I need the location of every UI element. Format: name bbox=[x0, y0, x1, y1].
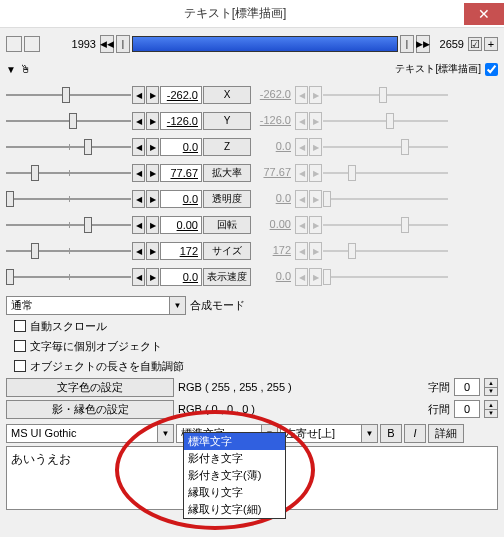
inc-right-0: ▶ bbox=[309, 86, 322, 104]
bold-button[interactable]: B bbox=[380, 424, 402, 443]
dec-left-6[interactable]: ◀ bbox=[132, 242, 145, 260]
slider-left-5[interactable] bbox=[6, 219, 131, 231]
text-color-button[interactable]: 文字色の設定 bbox=[6, 378, 174, 397]
slider-left-1[interactable] bbox=[6, 115, 131, 127]
value-left-2[interactable]: 0.0 bbox=[160, 138, 202, 156]
style-option-1[interactable]: 影付き文字 bbox=[184, 450, 285, 467]
inc-left-3[interactable]: ▶ bbox=[146, 164, 159, 182]
detail-button[interactable]: 詳細 bbox=[428, 424, 464, 443]
slider-left-0[interactable] bbox=[6, 89, 131, 101]
blend-combo[interactable]: 通常 ▼ bbox=[6, 296, 186, 315]
chevron-down-icon: ▼ bbox=[169, 297, 185, 314]
line-spacing-spinner[interactable]: ▲▼ bbox=[484, 400, 498, 418]
check-3[interactable] bbox=[14, 360, 26, 372]
dec-left-0[interactable]: ◀ bbox=[132, 86, 145, 104]
param-button-4[interactable]: 透明度 bbox=[203, 190, 251, 208]
value-left-0[interactable]: -262.0 bbox=[160, 86, 202, 104]
view-button[interactable]: ☑ bbox=[468, 37, 482, 51]
style-option-3[interactable]: 縁取り文字 bbox=[184, 484, 285, 501]
inc-left-7[interactable]: ▶ bbox=[146, 268, 159, 286]
shadow-color-button[interactable]: 影・縁色の設定 bbox=[6, 400, 174, 419]
value-left-6[interactable]: 172 bbox=[160, 242, 202, 260]
slider-right-3 bbox=[323, 167, 448, 179]
prev-button[interactable]: | bbox=[116, 35, 130, 53]
forward-button[interactable]: ▶▶ bbox=[416, 35, 430, 53]
value-left-3[interactable]: 77.67 bbox=[160, 164, 202, 182]
slider-left-6[interactable] bbox=[6, 245, 131, 257]
dec-left-3[interactable]: ◀ bbox=[132, 164, 145, 182]
dec-left-4[interactable]: ◀ bbox=[132, 190, 145, 208]
spacing-input[interactable]: 0 bbox=[454, 378, 480, 396]
line-spacing-input[interactable]: 0 bbox=[454, 400, 480, 418]
line-spacing-label: 行間 bbox=[428, 402, 450, 417]
add-button[interactable]: + bbox=[484, 37, 498, 51]
shadow-color-value: RGB ( 0 , 0 , 0 ) bbox=[178, 403, 318, 415]
dec-right-3: ◀ bbox=[295, 164, 308, 182]
style-option-0[interactable]: 標準文字 bbox=[184, 433, 285, 450]
dec-right-6: ◀ bbox=[295, 242, 308, 260]
inc-left-0[interactable]: ▶ bbox=[146, 86, 159, 104]
value-left-4[interactable]: 0.0 bbox=[160, 190, 202, 208]
param-button-1[interactable]: Y bbox=[203, 112, 251, 130]
check-1[interactable] bbox=[14, 320, 26, 332]
inc-left-1[interactable]: ▶ bbox=[146, 112, 159, 130]
frame-start: 1993 bbox=[64, 38, 98, 50]
object-label: テキスト[標準描画] bbox=[395, 62, 481, 76]
param-button-6[interactable]: サイズ bbox=[203, 242, 251, 260]
inc-left-5[interactable]: ▶ bbox=[146, 216, 159, 234]
rewind-button[interactable]: ◀◀ bbox=[100, 35, 114, 53]
close-button[interactable]: ✕ bbox=[464, 3, 504, 25]
spacing-spinner[interactable]: ▲▼ bbox=[484, 378, 498, 396]
inc-left-4[interactable]: ▶ bbox=[146, 190, 159, 208]
align-combo[interactable]: 左寄せ[上] ▼ bbox=[280, 424, 378, 443]
value-left-5[interactable]: 0.00 bbox=[160, 216, 202, 234]
italic-button[interactable]: I bbox=[404, 424, 426, 443]
icon-2[interactable] bbox=[24, 36, 40, 52]
slider-left-2[interactable] bbox=[6, 141, 131, 153]
value-right-2: 0.0 bbox=[252, 138, 294, 156]
value-right-0: -262.0 bbox=[252, 86, 294, 104]
next-button[interactable]: | bbox=[400, 35, 414, 53]
dec-left-1[interactable]: ◀ bbox=[132, 112, 145, 130]
slider-right-4 bbox=[323, 193, 448, 205]
inc-right-3: ▶ bbox=[309, 164, 322, 182]
check-2[interactable] bbox=[14, 340, 26, 352]
spacing-label: 字間 bbox=[428, 380, 450, 395]
font-value: MS UI Gothic bbox=[11, 427, 76, 439]
value-right-5: 0.00 bbox=[252, 216, 294, 234]
slider-left-3[interactable] bbox=[6, 167, 131, 179]
chevron-down-icon: ▼ bbox=[361, 425, 377, 442]
value-left-7[interactable]: 0.0 bbox=[160, 268, 202, 286]
dec-left-5[interactable]: ◀ bbox=[132, 216, 145, 234]
timeline-bar[interactable] bbox=[132, 36, 398, 52]
slider-right-0 bbox=[323, 89, 448, 101]
icon-1[interactable] bbox=[6, 36, 22, 52]
slider-right-7 bbox=[323, 271, 448, 283]
slider-right-2 bbox=[323, 141, 448, 153]
dec-left-2[interactable]: ◀ bbox=[132, 138, 145, 156]
style-dropdown: 標準文字影付き文字影付き文字(薄)縁取り文字縁取り文字(細) bbox=[183, 432, 286, 519]
param-button-3[interactable]: 拡大率 bbox=[203, 164, 251, 182]
enable-checkbox[interactable] bbox=[485, 63, 498, 76]
font-combo[interactable]: MS UI Gothic ▼ bbox=[6, 424, 174, 443]
collapse-icon[interactable]: ▼ bbox=[6, 64, 16, 75]
slider-right-6 bbox=[323, 245, 448, 257]
value-right-1: -126.0 bbox=[252, 112, 294, 130]
param-button-2[interactable]: Z bbox=[203, 138, 251, 156]
inc-left-6[interactable]: ▶ bbox=[146, 242, 159, 260]
slider-left-7[interactable] bbox=[6, 271, 131, 283]
inc-left-2[interactable]: ▶ bbox=[146, 138, 159, 156]
check-3-label: オブジェクトの長さを自動調節 bbox=[30, 359, 184, 374]
inc-right-5: ▶ bbox=[309, 216, 322, 234]
value-right-3: 77.67 bbox=[252, 164, 294, 182]
value-left-1[interactable]: -126.0 bbox=[160, 112, 202, 130]
param-button-5[interactable]: 回転 bbox=[203, 216, 251, 234]
value-right-4: 0.0 bbox=[252, 190, 294, 208]
style-option-4[interactable]: 縁取り文字(細) bbox=[184, 501, 285, 518]
window-title: テキスト[標準描画] bbox=[6, 5, 464, 22]
style-option-2[interactable]: 影付き文字(薄) bbox=[184, 467, 285, 484]
param-button-7[interactable]: 表示速度 bbox=[203, 268, 251, 286]
dec-left-7[interactable]: ◀ bbox=[132, 268, 145, 286]
slider-left-4[interactable] bbox=[6, 193, 131, 205]
param-button-0[interactable]: X bbox=[203, 86, 251, 104]
